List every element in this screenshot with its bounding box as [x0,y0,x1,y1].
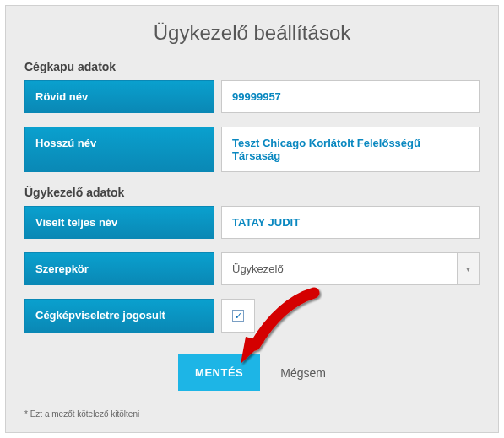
row-short-name: Rövid név 99999957 [24,80,480,113]
settings-panel: Ügykezelő beállítások Cégkapu adatok Röv… [5,5,499,433]
label-representative: Cégképviseletre jogosult [24,299,214,333]
value-short-name: 99999957 [221,80,480,113]
label-long-name: Hosszú név [24,127,214,172]
save-button[interactable]: MENTÉS [178,354,260,391]
value-long-name: Teszt Chicago Korlátolt Felelősségű Társ… [221,127,480,172]
check-icon: ✓ [235,311,242,321]
value-full-name: TATAY JUDIT [221,206,480,239]
row-full-name: Viselt teljes név TATAY JUDIT [24,206,480,239]
label-short-name: Rövid név [24,80,214,113]
representative-checkbox[interactable]: ✓ [232,310,244,322]
row-representative: Cégképviseletre jogosult ✓ [24,299,480,333]
cancel-button[interactable]: Mégsem [280,366,326,380]
action-bar: MENTÉS Mégsem [24,354,480,391]
page-title: Ügykezelő beállítások [24,21,480,45]
section-heading-company: Cégkapu adatok [24,60,480,73]
section-heading-agent: Ügykezelő adatok [24,186,480,199]
label-role: Szerepkör [24,252,214,285]
row-long-name: Hosszú név Teszt Chicago Korlátolt Felel… [24,127,480,172]
representative-checkbox-cell[interactable]: ✓ [221,299,255,333]
role-select-value: Ügykezelő [221,252,458,285]
row-role: Szerepkör Ügykezelő ▾ [24,252,480,285]
label-full-name: Viselt teljes név [24,206,214,239]
chevron-down-icon: ▾ [458,252,480,285]
required-footnote: * Ezt a mezőt kötelező kitölteni [24,409,480,419]
role-select[interactable]: Ügykezelő ▾ [221,252,480,285]
